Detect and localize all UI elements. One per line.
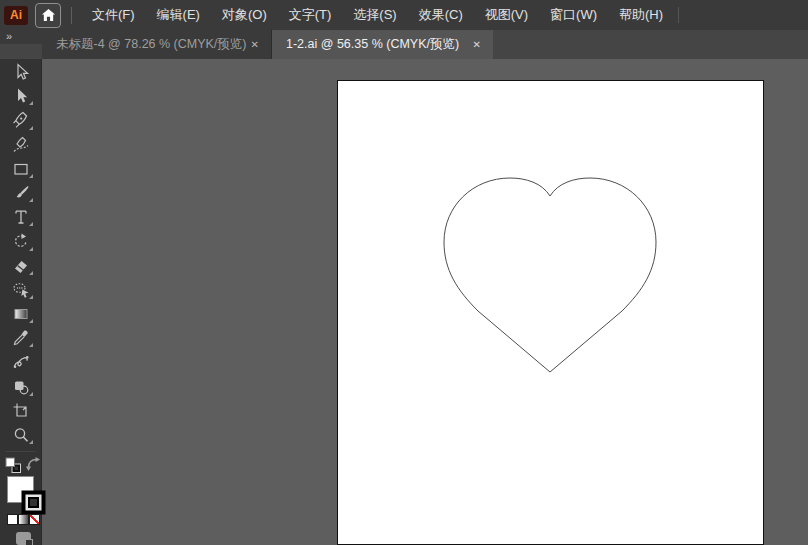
pen-nib-icon <box>12 111 30 129</box>
toolbar-collapse-button[interactable]: » <box>0 30 42 44</box>
gradient-swatch-icon <box>12 305 30 323</box>
type-T-icon <box>12 208 30 226</box>
rectangle-icon <box>12 160 30 178</box>
selection-tool[interactable] <box>7 60 35 84</box>
artboard-icon <box>12 402 30 420</box>
stroke-color-swatch[interactable] <box>21 490 46 515</box>
curvature-tool[interactable] <box>7 133 35 157</box>
none-button[interactable] <box>29 514 40 525</box>
app-logo[interactable]: Ai <box>4 6 28 25</box>
menu-object[interactable]: 对象(O) <box>211 0 278 30</box>
close-icon[interactable]: ✕ <box>469 37 485 52</box>
color-controls <box>0 454 42 545</box>
rotate-tool[interactable] <box>7 229 35 253</box>
artboard-tool[interactable] <box>7 399 35 423</box>
blend-tool[interactable] <box>7 350 35 374</box>
menu-view[interactable]: 视图(V) <box>474 0 539 30</box>
swap-arrows-icon <box>25 456 41 472</box>
menu-window[interactable]: 窗口(W) <box>539 0 608 30</box>
blend-squiggle-icon <box>12 353 30 371</box>
color-button[interactable] <box>7 514 18 525</box>
menu-effect[interactable]: 效果(C) <box>408 0 474 30</box>
direct-selection-tool[interactable] <box>7 84 35 108</box>
stroke-frame-icon <box>21 490 46 515</box>
tools-panel <box>0 30 42 545</box>
swap-fill-stroke-button[interactable] <box>25 456 41 476</box>
rectangle-tool[interactable] <box>7 157 35 181</box>
shapes-icon <box>12 378 30 396</box>
gradient-button[interactable] <box>18 514 29 525</box>
menu-bar: Ai 文件(F) 编辑(E) 对象(O) 文字(T) 选择(S) 效果(C) 视… <box>0 0 808 30</box>
toolbar-divider <box>6 451 36 452</box>
tab-title: 1-2.ai @ 56.35 % (CMYK/预览) <box>286 36 459 53</box>
type-tool[interactable] <box>7 205 35 229</box>
eyedropper-tool[interactable] <box>7 326 35 350</box>
eraser-icon <box>12 257 30 275</box>
menu-file[interactable]: 文件(F) <box>81 0 146 30</box>
magnifier-icon <box>12 426 30 444</box>
gradient-tool[interactable] <box>7 302 35 326</box>
tool-list <box>0 60 41 447</box>
paintbrush-icon <box>12 184 30 202</box>
menubar-divider <box>71 7 72 24</box>
direct-selection-arrow-icon <box>12 87 30 105</box>
default-fill-stroke-button[interactable] <box>5 457 22 478</box>
shape-builder-icon <box>12 281 30 299</box>
rotate-arrow-icon <box>12 232 30 250</box>
menu-select[interactable]: 选择(S) <box>342 0 407 30</box>
menu-edit[interactable]: 编辑(E) <box>146 0 211 30</box>
drawing-modes-button[interactable] <box>16 532 31 545</box>
home-button[interactable] <box>35 3 61 28</box>
double-chevron-icon: » <box>6 30 12 42</box>
shape-builder-tool[interactable] <box>7 278 35 302</box>
pen-tool[interactable] <box>7 108 35 132</box>
canvas-area[interactable] <box>42 59 808 545</box>
heart-outline-shape <box>443 177 658 374</box>
document-tab-bar: » 未标题-4 @ 78.26 % (CMYK/预览) ✕ 1-2.ai @ 5… <box>0 30 808 59</box>
menubar-end-divider <box>678 7 679 23</box>
shape-tools-group[interactable] <box>7 374 35 398</box>
illustrator-window: Ai 文件(F) 编辑(E) 对象(O) 文字(T) 选择(S) 效果(C) 视… <box>0 0 808 545</box>
tab-title: 未标题-4 @ 78.26 % (CMYK/预览) <box>56 36 247 53</box>
artboard[interactable] <box>337 80 764 545</box>
tab-untitled-4[interactable]: 未标题-4 @ 78.26 % (CMYK/预览) ✕ <box>42 30 272 59</box>
paintbrush-tool[interactable] <box>7 181 35 205</box>
app-logo-text: Ai <box>10 8 22 22</box>
eraser-tool[interactable] <box>7 254 35 278</box>
curvature-pen-icon <box>12 136 30 154</box>
eyedropper-icon <box>12 329 30 347</box>
menu-items: 文件(F) 编辑(E) 对象(O) 文字(T) 选择(S) 效果(C) 视图(V… <box>81 0 674 30</box>
close-icon[interactable]: ✕ <box>247 37 263 52</box>
tab-1-2-ai[interactable]: 1-2.ai @ 56.35 % (CMYK/预览) ✕ <box>272 30 493 59</box>
zoom-tool[interactable] <box>7 423 35 447</box>
color-type-bar <box>7 514 40 525</box>
menu-help[interactable]: 帮助(H) <box>608 0 674 30</box>
home-icon <box>41 8 56 22</box>
selection-arrow-icon <box>12 63 30 81</box>
default-swatches-icon <box>5 457 22 474</box>
menu-type[interactable]: 文字(T) <box>278 0 343 30</box>
